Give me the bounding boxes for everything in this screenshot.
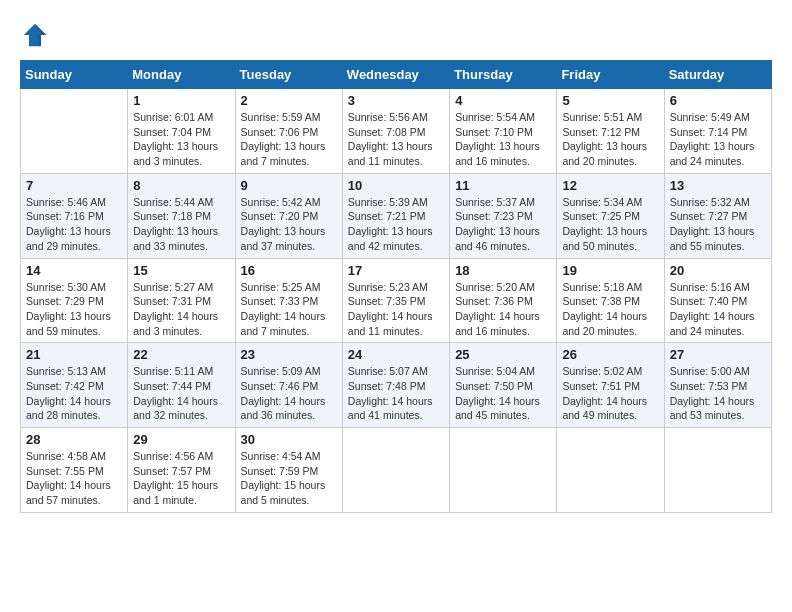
day-info: Sunrise: 5:16 AMSunset: 7:40 PMDaylight:…: [670, 280, 766, 339]
day-number: 25: [455, 347, 551, 362]
weekday-header-sunday: Sunday: [21, 61, 128, 89]
day-number: 20: [670, 263, 766, 278]
calendar-cell: 6Sunrise: 5:49 AMSunset: 7:14 PMDaylight…: [664, 89, 771, 174]
day-number: 8: [133, 178, 229, 193]
day-number: 21: [26, 347, 122, 362]
calendar-week-row: 28Sunrise: 4:58 AMSunset: 7:55 PMDayligh…: [21, 428, 772, 513]
day-info: Sunrise: 5:23 AMSunset: 7:35 PMDaylight:…: [348, 280, 444, 339]
day-info: Sunrise: 5:07 AMSunset: 7:48 PMDaylight:…: [348, 364, 444, 423]
day-info: Sunrise: 5:44 AMSunset: 7:18 PMDaylight:…: [133, 195, 229, 254]
day-number: 9: [241, 178, 337, 193]
weekday-header-saturday: Saturday: [664, 61, 771, 89]
day-info: Sunrise: 5:00 AMSunset: 7:53 PMDaylight:…: [670, 364, 766, 423]
day-info: Sunrise: 5:59 AMSunset: 7:06 PMDaylight:…: [241, 110, 337, 169]
day-info: Sunrise: 5:46 AMSunset: 7:16 PMDaylight:…: [26, 195, 122, 254]
calendar-cell: 22Sunrise: 5:11 AMSunset: 7:44 PMDayligh…: [128, 343, 235, 428]
calendar-cell: 14Sunrise: 5:30 AMSunset: 7:29 PMDayligh…: [21, 258, 128, 343]
calendar-table: SundayMondayTuesdayWednesdayThursdayFrid…: [20, 60, 772, 513]
calendar-cell: 1Sunrise: 6:01 AMSunset: 7:04 PMDaylight…: [128, 89, 235, 174]
calendar-cell: 5Sunrise: 5:51 AMSunset: 7:12 PMDaylight…: [557, 89, 664, 174]
calendar-cell: 10Sunrise: 5:39 AMSunset: 7:21 PMDayligh…: [342, 173, 449, 258]
day-number: 4: [455, 93, 551, 108]
day-number: 27: [670, 347, 766, 362]
weekday-header-wednesday: Wednesday: [342, 61, 449, 89]
day-info: Sunrise: 5:18 AMSunset: 7:38 PMDaylight:…: [562, 280, 658, 339]
calendar-cell: 8Sunrise: 5:44 AMSunset: 7:18 PMDaylight…: [128, 173, 235, 258]
day-number: 13: [670, 178, 766, 193]
logo-icon: [20, 20, 50, 50]
day-info: Sunrise: 5:20 AMSunset: 7:36 PMDaylight:…: [455, 280, 551, 339]
day-number: 24: [348, 347, 444, 362]
weekday-header-tuesday: Tuesday: [235, 61, 342, 89]
day-number: 5: [562, 93, 658, 108]
day-info: Sunrise: 5:30 AMSunset: 7:29 PMDaylight:…: [26, 280, 122, 339]
day-info: Sunrise: 5:37 AMSunset: 7:23 PMDaylight:…: [455, 195, 551, 254]
calendar-cell: 28Sunrise: 4:58 AMSunset: 7:55 PMDayligh…: [21, 428, 128, 513]
calendar-cell: [342, 428, 449, 513]
day-number: 18: [455, 263, 551, 278]
calendar-cell: [450, 428, 557, 513]
calendar-cell: 3Sunrise: 5:56 AMSunset: 7:08 PMDaylight…: [342, 89, 449, 174]
calendar-cell: 24Sunrise: 5:07 AMSunset: 7:48 PMDayligh…: [342, 343, 449, 428]
day-info: Sunrise: 4:54 AMSunset: 7:59 PMDaylight:…: [241, 449, 337, 508]
calendar-cell: 4Sunrise: 5:54 AMSunset: 7:10 PMDaylight…: [450, 89, 557, 174]
day-number: 22: [133, 347, 229, 362]
day-info: Sunrise: 5:32 AMSunset: 7:27 PMDaylight:…: [670, 195, 766, 254]
calendar-cell: 19Sunrise: 5:18 AMSunset: 7:38 PMDayligh…: [557, 258, 664, 343]
day-number: 11: [455, 178, 551, 193]
day-number: 30: [241, 432, 337, 447]
day-info: Sunrise: 5:56 AMSunset: 7:08 PMDaylight:…: [348, 110, 444, 169]
day-number: 28: [26, 432, 122, 447]
day-info: Sunrise: 6:01 AMSunset: 7:04 PMDaylight:…: [133, 110, 229, 169]
day-number: 19: [562, 263, 658, 278]
weekday-header-friday: Friday: [557, 61, 664, 89]
calendar-cell: 18Sunrise: 5:20 AMSunset: 7:36 PMDayligh…: [450, 258, 557, 343]
day-number: 14: [26, 263, 122, 278]
calendar-body: 1Sunrise: 6:01 AMSunset: 7:04 PMDaylight…: [21, 89, 772, 513]
day-number: 15: [133, 263, 229, 278]
calendar-week-row: 1Sunrise: 6:01 AMSunset: 7:04 PMDaylight…: [21, 89, 772, 174]
calendar-cell: 2Sunrise: 5:59 AMSunset: 7:06 PMDaylight…: [235, 89, 342, 174]
calendar-week-row: 14Sunrise: 5:30 AMSunset: 7:29 PMDayligh…: [21, 258, 772, 343]
weekday-row: SundayMondayTuesdayWednesdayThursdayFrid…: [21, 61, 772, 89]
calendar-cell: [557, 428, 664, 513]
calendar-cell: [664, 428, 771, 513]
calendar-cell: [21, 89, 128, 174]
calendar-cell: 11Sunrise: 5:37 AMSunset: 7:23 PMDayligh…: [450, 173, 557, 258]
calendar-cell: 26Sunrise: 5:02 AMSunset: 7:51 PMDayligh…: [557, 343, 664, 428]
calendar-cell: 29Sunrise: 4:56 AMSunset: 7:57 PMDayligh…: [128, 428, 235, 513]
weekday-header-thursday: Thursday: [450, 61, 557, 89]
calendar-cell: 16Sunrise: 5:25 AMSunset: 7:33 PMDayligh…: [235, 258, 342, 343]
day-info: Sunrise: 5:34 AMSunset: 7:25 PMDaylight:…: [562, 195, 658, 254]
day-number: 23: [241, 347, 337, 362]
day-number: 1: [133, 93, 229, 108]
day-info: Sunrise: 5:49 AMSunset: 7:14 PMDaylight:…: [670, 110, 766, 169]
day-info: Sunrise: 4:56 AMSunset: 7:57 PMDaylight:…: [133, 449, 229, 508]
day-info: Sunrise: 5:42 AMSunset: 7:20 PMDaylight:…: [241, 195, 337, 254]
day-number: 26: [562, 347, 658, 362]
day-number: 6: [670, 93, 766, 108]
day-number: 12: [562, 178, 658, 193]
day-info: Sunrise: 5:25 AMSunset: 7:33 PMDaylight:…: [241, 280, 337, 339]
calendar-week-row: 21Sunrise: 5:13 AMSunset: 7:42 PMDayligh…: [21, 343, 772, 428]
calendar-cell: 21Sunrise: 5:13 AMSunset: 7:42 PMDayligh…: [21, 343, 128, 428]
calendar-header: SundayMondayTuesdayWednesdayThursdayFrid…: [21, 61, 772, 89]
day-info: Sunrise: 5:13 AMSunset: 7:42 PMDaylight:…: [26, 364, 122, 423]
day-number: 16: [241, 263, 337, 278]
calendar-week-row: 7Sunrise: 5:46 AMSunset: 7:16 PMDaylight…: [21, 173, 772, 258]
day-info: Sunrise: 5:27 AMSunset: 7:31 PMDaylight:…: [133, 280, 229, 339]
calendar-cell: 15Sunrise: 5:27 AMSunset: 7:31 PMDayligh…: [128, 258, 235, 343]
day-info: Sunrise: 5:54 AMSunset: 7:10 PMDaylight:…: [455, 110, 551, 169]
weekday-header-monday: Monday: [128, 61, 235, 89]
day-info: Sunrise: 4:58 AMSunset: 7:55 PMDaylight:…: [26, 449, 122, 508]
day-number: 2: [241, 93, 337, 108]
day-info: Sunrise: 5:51 AMSunset: 7:12 PMDaylight:…: [562, 110, 658, 169]
calendar-cell: 27Sunrise: 5:00 AMSunset: 7:53 PMDayligh…: [664, 343, 771, 428]
day-info: Sunrise: 5:11 AMSunset: 7:44 PMDaylight:…: [133, 364, 229, 423]
day-info: Sunrise: 5:39 AMSunset: 7:21 PMDaylight:…: [348, 195, 444, 254]
day-info: Sunrise: 5:02 AMSunset: 7:51 PMDaylight:…: [562, 364, 658, 423]
day-info: Sunrise: 5:04 AMSunset: 7:50 PMDaylight:…: [455, 364, 551, 423]
calendar-cell: 30Sunrise: 4:54 AMSunset: 7:59 PMDayligh…: [235, 428, 342, 513]
calendar-cell: 9Sunrise: 5:42 AMSunset: 7:20 PMDaylight…: [235, 173, 342, 258]
page-header: [20, 20, 772, 50]
